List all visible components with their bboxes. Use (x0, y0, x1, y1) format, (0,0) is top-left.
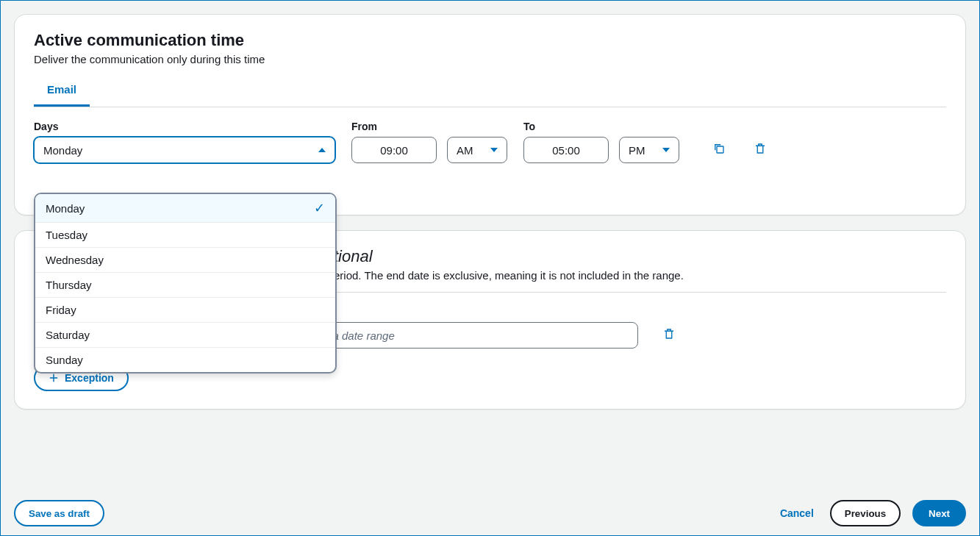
previous-button[interactable]: Previous (830, 500, 901, 526)
check-icon: ✓ (314, 200, 325, 216)
cancel-button[interactable]: Cancel (776, 501, 818, 525)
days-option[interactable]: Monday✓ (35, 194, 335, 222)
active-communication-card: Active communication time Deliver the co… (14, 14, 966, 215)
plus-icon (49, 373, 59, 383)
from-time-input[interactable]: 09:00 (351, 137, 437, 163)
card2-title: tional (334, 247, 946, 266)
days-label: Days (34, 121, 335, 132)
to-field: To 05:00 PM (523, 121, 679, 163)
caret-down-icon (662, 148, 670, 152)
days-select[interactable]: Monday (34, 137, 335, 163)
from-label: From (351, 121, 507, 132)
card-description: Deliver the communication only during th… (34, 53, 946, 65)
trash-icon[interactable] (750, 138, 770, 159)
next-button[interactable]: Next (912, 500, 966, 526)
channel-tabs: Email (34, 76, 946, 107)
delete-exception-icon[interactable] (659, 324, 679, 344)
to-label: To (523, 121, 679, 132)
card2-description: eriod. The end date is exclusive, meanin… (334, 269, 946, 282)
days-option[interactable]: Tuesday (35, 222, 335, 247)
days-option[interactable]: Sunday (35, 347, 335, 372)
to-ampm-select[interactable]: PM (619, 137, 679, 163)
days-select-value: Monday (43, 144, 82, 157)
copy-icon[interactable] (709, 138, 729, 159)
days-option[interactable]: Saturday (35, 322, 335, 347)
days-dropdown[interactable]: Monday✓TuesdayWednesdayThursdayFridaySat… (34, 193, 337, 374)
card-title: Active communication time (34, 31, 946, 50)
save-as-draft-button[interactable]: Save as draft (14, 500, 104, 526)
days-option[interactable]: Friday (35, 297, 335, 322)
time-row: Days Monday From 09:00 AM To (34, 121, 946, 163)
caret-up-icon (318, 148, 326, 152)
svg-rect-0 (717, 146, 723, 153)
from-field: From 09:00 AM (351, 121, 507, 163)
wizard-footer: Save as draft Cancel Previous Next (14, 500, 966, 526)
from-ampm-select[interactable]: AM (447, 137, 507, 163)
to-time-input[interactable]: 05:00 (523, 137, 609, 163)
days-option[interactable]: Thursday (35, 272, 335, 297)
tab-email[interactable]: Email (34, 76, 90, 107)
days-field: Days Monday (34, 121, 335, 163)
days-option[interactable]: Wednesday (35, 247, 335, 272)
caret-down-icon (490, 148, 498, 152)
